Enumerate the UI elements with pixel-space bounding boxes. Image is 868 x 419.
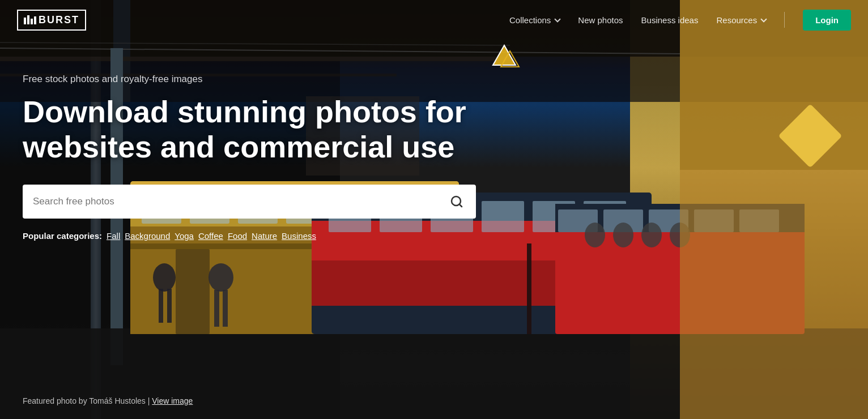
popular-label: Popular categories:	[23, 231, 102, 241]
hero-subtitle: Free stock photos and royalty-free image…	[23, 74, 533, 85]
nav-business-ideas[interactable]: Business ideas	[641, 15, 699, 25]
category-coffee[interactable]: Coffee	[198, 231, 223, 241]
view-image-link[interactable]: View image	[152, 396, 193, 405]
login-button[interactable]: Login	[803, 10, 851, 31]
svg-point-39	[585, 223, 605, 247]
chevron-down-icon-resources	[761, 16, 767, 22]
nav-collections[interactable]: Collections	[509, 15, 560, 25]
hero-title: Download stunning photos for websites an…	[23, 94, 533, 164]
nav-divider	[784, 12, 785, 28]
svg-rect-31	[527, 243, 531, 334]
nav-new-photos[interactable]: New photos	[578, 15, 623, 25]
search-container	[23, 185, 476, 219]
svg-point-41	[641, 223, 662, 247]
svg-point-48	[153, 263, 176, 292]
svg-rect-4	[0, 57, 510, 61]
popular-categories: Popular categories: Fall Background Yoga…	[23, 231, 533, 241]
credit-text: Featured photo by Tomáš Hustoles |	[23, 396, 152, 405]
nav-links: Collections New photos Business ideas Re…	[509, 10, 851, 31]
photo-credit: Featured photo by Tomáš Hustoles | View …	[23, 396, 193, 405]
logo[interactable]: BURST	[17, 10, 86, 31]
svg-rect-49	[159, 289, 163, 323]
hero-section: BURST Collections New photos Business id…	[0, 0, 868, 419]
logo-icon	[24, 15, 36, 24]
category-yoga[interactable]: Yoga	[175, 231, 194, 241]
category-fall[interactable]: Fall	[107, 231, 120, 241]
navbar: BURST Collections New photos Business id…	[0, 0, 868, 40]
svg-rect-20	[176, 249, 210, 334]
category-business[interactable]: Business	[282, 231, 316, 241]
svg-line-56	[459, 204, 462, 207]
svg-rect-53	[223, 290, 228, 327]
hero-content: Free stock photos and royalty-free image…	[23, 74, 533, 241]
category-food[interactable]: Food	[228, 231, 247, 241]
svg-point-40	[613, 223, 633, 247]
svg-rect-50	[167, 289, 172, 323]
category-background[interactable]: Background	[125, 231, 170, 241]
search-input[interactable]	[33, 196, 448, 207]
category-nature[interactable]: Nature	[252, 231, 277, 241]
logo-text: BURST	[39, 14, 79, 26]
svg-rect-52	[214, 290, 219, 327]
svg-point-51	[209, 263, 233, 292]
nav-resources[interactable]: Resources	[716, 15, 766, 25]
search-icon	[450, 195, 463, 208]
chevron-down-icon	[555, 16, 561, 22]
search-button[interactable]	[448, 193, 466, 211]
